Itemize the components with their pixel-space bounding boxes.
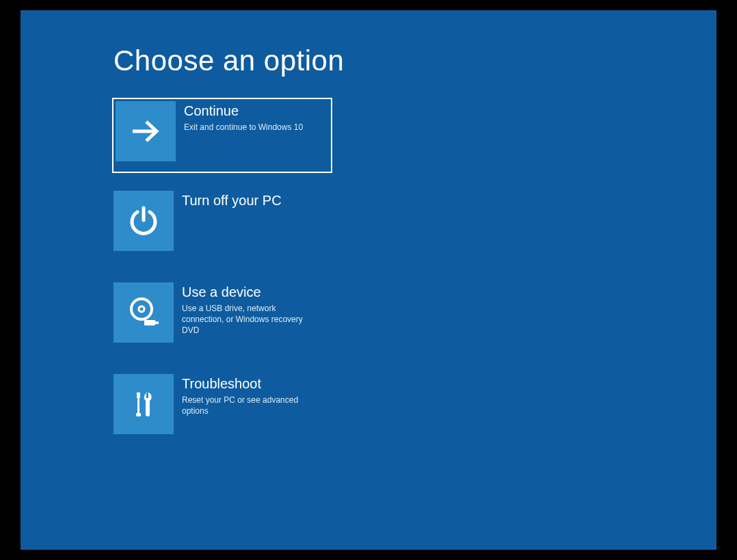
option-title: Troubleshoot [182, 374, 319, 393]
option-use-device-text: Use a device Use a USB drive, network co… [174, 282, 319, 336]
svg-rect-7 [137, 398, 139, 414]
svg-point-3 [139, 306, 144, 312]
power-icon [113, 191, 174, 251]
option-continue-text: Continue Exit and continue to Windows 10 [176, 101, 303, 133]
disc-usb-icon [113, 282, 174, 343]
tools-icon [113, 374, 174, 434]
svg-rect-4 [144, 320, 155, 325]
arrow-right-icon [116, 101, 176, 161]
svg-rect-6 [137, 392, 140, 398]
option-troubleshoot-text: Troubleshoot Reset your PC or see advanc… [174, 374, 319, 416]
options-grid: Continue Exit and continue to Windows 10… [113, 99, 565, 446]
option-use-device[interactable]: Use a device Use a USB drive, network co… [113, 282, 331, 355]
svg-point-2 [131, 299, 152, 319]
option-title: Use a device [182, 282, 319, 302]
option-desc: Exit and continue to Windows 10 [184, 122, 303, 133]
svg-rect-8 [136, 413, 141, 416]
option-continue[interactable]: Continue Exit and continue to Windows 10 [113, 99, 331, 172]
option-troubleshoot[interactable]: Troubleshoot Reset your PC or see advanc… [113, 374, 331, 446]
option-turn-off-text: Turn off your PC [174, 191, 282, 211]
recovery-environment-screen: Choose an option Continue Exit and conti… [21, 10, 716, 550]
option-title: Turn off your PC [182, 191, 282, 210]
option-title: Continue [184, 101, 303, 120]
option-desc: Use a USB drive, network connection, or … [182, 303, 319, 336]
svg-rect-5 [155, 321, 159, 324]
page-title: Choose an option [113, 44, 624, 77]
option-desc: Reset your PC or see advanced options [182, 395, 319, 416]
option-turn-off[interactable]: Turn off your PC [113, 191, 331, 263]
